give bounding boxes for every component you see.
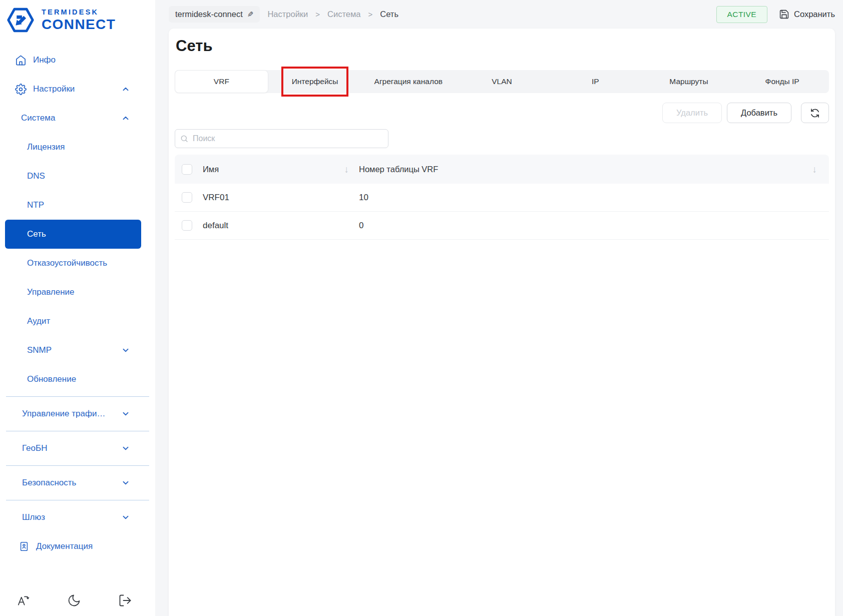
save-button[interactable]: Сохранить: [779, 9, 835, 20]
sidebar-item-management[interactable]: Управление: [0, 278, 155, 307]
table-actions: Удалить Добавить: [175, 103, 829, 123]
moon-icon: [67, 593, 81, 607]
sidebar-item-label: Документация: [36, 541, 93, 551]
sidebar-item-label: Настройки: [33, 84, 75, 94]
logout-door-icon: [118, 593, 132, 607]
page-title: Сеть: [176, 37, 829, 56]
cell-name: VRF01: [203, 193, 359, 203]
sidebar-item-label: Безопасность: [22, 478, 76, 488]
sidebar-item-label: Инфо: [33, 55, 56, 65]
sidebar-item-dns[interactable]: DNS: [0, 162, 155, 191]
sidebar-item-license[interactable]: Лицензия: [0, 133, 155, 162]
tab-ip-pools[interactable]: Фонды IP: [735, 70, 829, 93]
delete-button[interactable]: Удалить: [662, 103, 722, 123]
sidebar-footer: [0, 592, 155, 616]
search-icon: [180, 135, 188, 143]
home-icon: [15, 55, 27, 66]
sidebar-item-update[interactable]: Обновление: [0, 365, 155, 394]
refresh-icon: [810, 108, 820, 118]
sidebar-item-label: ГеоБН: [22, 443, 47, 453]
sidebar-item-label: Шлюз: [22, 512, 45, 522]
chevron-down-icon: [121, 409, 130, 418]
sidebar-item-label: NTP: [27, 200, 44, 210]
app-window: TERMIDESK CONNECT Инфо Настройки Система…: [0, 0, 843, 616]
column-header-name: Имя: [203, 165, 219, 174]
sort-down-icon[interactable]: ↓: [344, 165, 349, 174]
breadcrumb-separator-icon: >: [368, 10, 373, 19]
gear-icon: [15, 84, 27, 95]
tab-label: VLAN: [492, 77, 512, 86]
app-logo[interactable]: TERMIDESK CONNECT: [0, 0, 155, 36]
sidebar-divider: [6, 500, 149, 500]
sidebar-nav: Инфо Настройки Система Лицензия DNS NTP …: [0, 46, 155, 561]
sidebar-item-failover[interactable]: Отказоустойчивость: [0, 249, 155, 278]
row-checkbox-cell: [175, 220, 203, 231]
sidebar-item-label: DNS: [27, 171, 45, 181]
hostname-label: termidesk-connect: [175, 10, 243, 19]
breadcrumb-item-settings[interactable]: Настройки: [267, 10, 308, 19]
search-input[interactable]: [175, 129, 388, 148]
cell-vrf-table: 10: [359, 193, 829, 203]
header-checkbox-cell: [175, 164, 203, 175]
sidebar-item-security[interactable]: Безопасность: [0, 468, 155, 497]
sidebar-item-geobn[interactable]: ГеоБН: [0, 434, 155, 463]
sidebar-item-label: Управление: [27, 287, 75, 297]
vrf-table: Имя ↓ Номер таблицы VRF ↓ VRF01 10 defau…: [175, 155, 829, 240]
search-box: [175, 129, 388, 148]
sidebar-item-network[interactable]: Сеть: [5, 220, 141, 249]
logout-button[interactable]: [117, 592, 133, 610]
tab-vlan[interactable]: VLAN: [455, 70, 549, 93]
row-checkbox[interactable]: [182, 220, 192, 231]
sidebar-item-settings[interactable]: Настройки: [0, 75, 155, 104]
floppy-save-icon: [779, 9, 789, 20]
cell-vrf-table: 0: [359, 221, 829, 231]
tab-interfaces[interactable]: Интерфейсы: [268, 70, 362, 93]
sidebar-item-label: Отказоустойчивость: [27, 258, 107, 268]
sidebar-item-system[interactable]: Система: [0, 104, 155, 133]
sidebar-item-label: Управление трафи…: [22, 409, 105, 419]
tab-vrf[interactable]: VRF: [175, 70, 268, 93]
sort-down-icon[interactable]: ↓: [812, 165, 817, 174]
sidebar-item-gateway[interactable]: Шлюз: [0, 503, 155, 532]
sidebar-item-info[interactable]: Инфо: [0, 46, 155, 75]
brand-name-bottom: CONNECT: [42, 18, 116, 32]
language-icon: [16, 593, 30, 607]
sidebar-item-label: Система: [21, 113, 55, 123]
theme-toggle-button[interactable]: [66, 592, 82, 610]
row-checkbox[interactable]: [182, 192, 192, 203]
brand-name-top: TERMIDESK: [42, 9, 116, 16]
sidebar-item-ntp[interactable]: NTP: [0, 191, 155, 220]
sidebar-item-audit[interactable]: Аудит: [0, 307, 155, 336]
edit-pencil-icon[interactable]: ✎: [247, 10, 254, 19]
main-area: termidesk-connect ✎ Настройки > Система …: [155, 0, 843, 616]
table-row[interactable]: VRF01 10: [175, 184, 829, 212]
table-row[interactable]: default 0: [175, 212, 829, 240]
sidebar-item-traffic-management[interactable]: Управление трафи…: [0, 399, 155, 428]
chevron-down-icon: [121, 478, 130, 487]
sidebar-item-label: SNMP: [27, 345, 52, 355]
status-badge: ACTIVE: [716, 6, 767, 23]
tab-label: Агрегация каналов: [374, 77, 443, 86]
tab-label: VRF: [214, 77, 229, 86]
sidebar-divider: [6, 465, 149, 466]
breadcrumb-separator-icon: >: [315, 10, 320, 19]
hostname-pill[interactable]: termidesk-connect ✎: [169, 6, 260, 23]
tab-label: Интерфейсы: [292, 77, 338, 86]
termidesk-hexagon-icon: [5, 5, 36, 36]
select-all-checkbox[interactable]: [182, 164, 192, 175]
tab-link-aggregation[interactable]: Агрегация каналов: [361, 70, 455, 93]
add-button[interactable]: Добавить: [727, 103, 791, 123]
language-button[interactable]: [15, 592, 31, 610]
table-header-row: Имя ↓ Номер таблицы VRF ↓: [175, 155, 829, 184]
chevron-up-icon: [121, 85, 130, 94]
chevron-down-icon: [121, 513, 130, 522]
tab-routes[interactable]: Маршруты: [642, 70, 736, 93]
breadcrumb: Настройки > Система > Сеть: [267, 10, 398, 19]
tab-bar: VRF Интерфейсы Агрегация каналов VLAN IP…: [175, 70, 829, 93]
sidebar-item-snmp[interactable]: SNMP: [0, 336, 155, 365]
sidebar-item-documentation[interactable]: Документация: [0, 532, 155, 561]
tab-ip[interactable]: IP: [549, 70, 642, 93]
documentation-badge-icon: [19, 541, 30, 552]
breadcrumb-item-system[interactable]: Система: [327, 10, 360, 19]
refresh-button[interactable]: [801, 103, 829, 123]
